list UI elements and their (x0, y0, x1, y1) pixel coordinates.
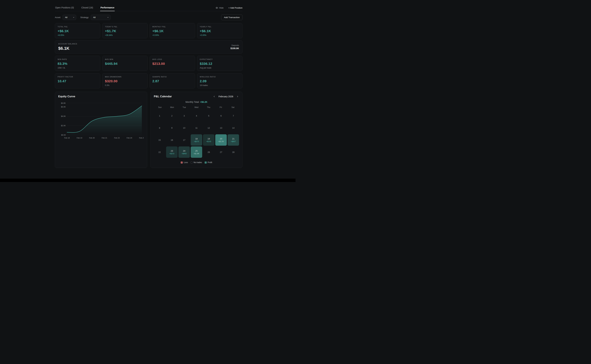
stat-card: MONTHLY P&L+$6.1K+0.00% (150, 23, 195, 38)
calendar-day-cell: 10 (178, 122, 190, 134)
monthly-total-value: +$6.2K (200, 101, 208, 103)
calendar-day-cell: 11 (191, 122, 202, 134)
deposits-block: Deposits $100.0K (230, 44, 239, 50)
calendar-day-cell: 27 (215, 146, 227, 158)
svg-text:$4.0K: $4.0K (61, 115, 66, 117)
stat-value: 2.09 (200, 79, 240, 83)
profit-swatch (205, 162, 207, 163)
day-number: 17 (183, 139, 185, 141)
calendar-day-cell[interactable]: 25+$1.8K (191, 146, 202, 158)
hide-button[interactable]: Hide (216, 7, 224, 9)
calendar-day-cell[interactable]: 23+$210 (166, 146, 177, 158)
calendar-day-cell: 4 (191, 110, 202, 121)
tabs: Open Positions (0)Closed (18)Performance (55, 5, 115, 11)
equity-curve-panel: Equity Curve $6.8K$6.0K$4.0K$2.0K$0.00Fe… (55, 92, 147, 168)
strategy-select[interactable]: All (91, 15, 111, 20)
account-balance-left: ACCOUNT BALANCE $6.1K (58, 43, 77, 51)
tab-bar: Open Positions (0)Closed (18)Performance… (55, 5, 243, 11)
day-number: 10 (183, 127, 185, 129)
stat-value: +$6.1K (200, 29, 240, 33)
stat-card: YEARLY P&L+$6.1K+0.00% (197, 23, 243, 38)
legend-label: No trades (194, 161, 202, 163)
day-number: 9 (171, 127, 172, 129)
calendar-day-cell: 17 (178, 134, 190, 146)
calendar-day-cell[interactable]: 20+$2.2K (215, 134, 227, 146)
add-position-button[interactable]: + Add Position (228, 7, 243, 9)
stat-card: WIN RATE83.3%15W / 3L (55, 56, 100, 71)
stat-card: PROFIT FACTOR10.47 (55, 73, 100, 88)
stat-sub: +39.34% (105, 34, 145, 36)
day-pnl-value: +$210 (169, 153, 174, 155)
stat-label: MAX DRAWDOWN (105, 76, 145, 78)
svg-text:$6.0K: $6.0K (61, 106, 66, 108)
stat-card: WIN/LOSS RATIO2.0918 trades (197, 73, 243, 88)
calendar-day-cell[interactable]: 19+$192 (203, 134, 215, 146)
account-balance-value: $6.1K (58, 46, 77, 51)
calendar-day-cell[interactable]: 18+$570 (191, 134, 202, 146)
calendar-month-label: February 2026 (218, 95, 233, 98)
stat-label: MONTHLY P&L (152, 26, 192, 28)
tab-open-positions-0[interactable]: Open Positions (0) (55, 5, 74, 11)
day-pnl-value: +$807 (231, 140, 236, 143)
stat-sub: 0.3% (105, 84, 145, 86)
day-number: 7 (233, 115, 234, 117)
eye-icon (216, 7, 218, 9)
monthly-total-label: Monthly Total: (185, 101, 199, 103)
stats-row-pnl: TOTAL P&L+$6.1K+6.05%TODAY'S P&L+$1.7K+3… (55, 23, 243, 38)
day-number: 25 (195, 150, 197, 152)
day-pnl-value: +$2.2K (218, 140, 224, 143)
legend-label: Profit (208, 161, 212, 163)
stat-value: +$6.1K (58, 29, 98, 33)
stat-value: $445.94 (105, 62, 145, 66)
stat-value: $213.00 (152, 62, 192, 66)
day-number: 16 (171, 139, 173, 141)
svg-text:Feb 23: Feb 23 (114, 137, 120, 139)
stat-label: AVG LOSS (152, 58, 192, 60)
svg-text:Feb 24: Feb 24 (127, 137, 132, 139)
tab-actions: Hide + Add Position (216, 7, 243, 11)
stat-value: +$1.7K (105, 29, 145, 33)
calendar-prev-button[interactable] (213, 95, 216, 98)
day-pnl-value: +$570 (194, 140, 199, 143)
stat-value: $336.12 (200, 62, 240, 66)
svg-text:$0.00: $0.00 (61, 134, 66, 136)
svg-text:Feb 18: Feb 18 (64, 137, 70, 139)
stat-label: WIN/LOSS RATIO (200, 76, 240, 78)
legend-item-loss: Loss (181, 161, 188, 163)
calendar-next-button[interactable] (236, 95, 239, 98)
hide-label: Hide (219, 7, 224, 9)
weekday-label: Fri (215, 106, 227, 109)
strategy-select-wrap: All (91, 15, 111, 20)
stat-card: AVG WIN$445.94 (102, 56, 148, 71)
calendar-day-cell: 3 (178, 110, 190, 121)
calendar-day-cell: 5 (203, 110, 215, 121)
tab-closed-18[interactable]: Closed (18) (81, 5, 93, 11)
stat-card: EXPECTANCY$336.12Avg per trade (197, 56, 243, 71)
calendar-day-cell[interactable]: 24+$450 (178, 146, 190, 158)
calendar-header: P&L Calendar February 2026 (154, 95, 239, 98)
tab-performance[interactable]: Performance (100, 5, 115, 11)
stat-label: TODAY'S P&L (105, 26, 145, 28)
calendar-day-cell: 26 (203, 146, 215, 158)
svg-text:$6.8K: $6.8K (61, 102, 66, 104)
deposits-value: $100.0K (230, 47, 239, 50)
main-content: Open Positions (0)Closed (18)Performance… (55, 0, 243, 168)
day-number: 12 (208, 127, 210, 129)
asset-select[interactable]: All (63, 15, 76, 20)
calendar-day-cell: 8 (154, 122, 165, 134)
add-transaction-button[interactable]: Add Transaction (221, 14, 243, 20)
none-swatch (190, 162, 193, 163)
day-number: 23 (171, 150, 173, 152)
calendar-day-cell: 2 (166, 110, 177, 121)
calendar-day-cell[interactable]: 21+$807 (228, 134, 239, 146)
calendar-day-cell: 9 (166, 122, 177, 134)
day-number: 1 (159, 115, 160, 117)
legend-item-none: No trades (190, 161, 202, 163)
legend-item-profit: Profit (205, 161, 212, 163)
account-balance-label: ACCOUNT BALANCE (58, 43, 77, 45)
chevron-left-icon (213, 95, 215, 98)
day-number: 24 (183, 150, 185, 152)
calendar-day-cell: 12 (203, 122, 215, 134)
weekday-label: Tue (178, 106, 190, 109)
day-number: 27 (220, 151, 222, 153)
